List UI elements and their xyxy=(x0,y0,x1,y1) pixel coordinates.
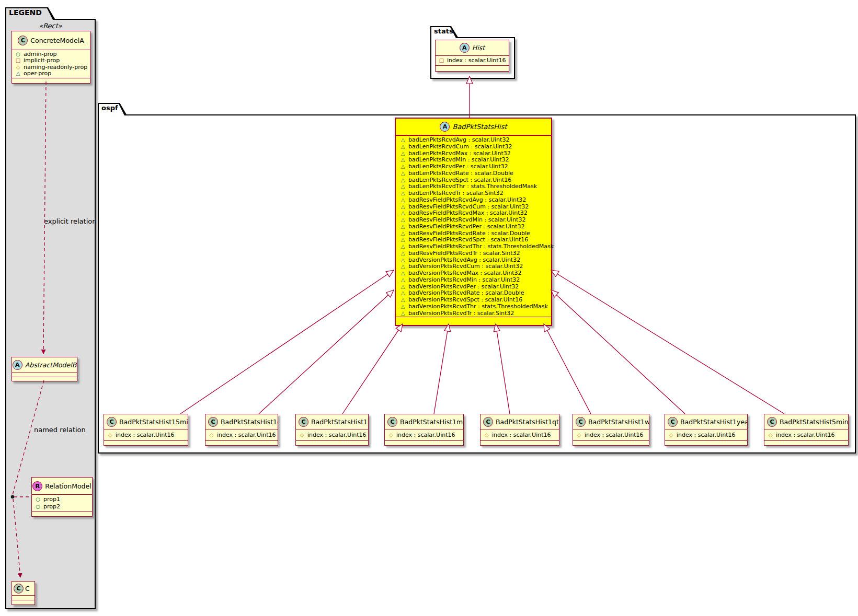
class-header: C BadPktStatsHist15min xyxy=(104,414,188,429)
class-spot-icon: C xyxy=(107,417,117,427)
class-box-badpktstatshist15min: C BadPktStatsHist15min ◇index : scalar.U… xyxy=(104,414,188,446)
uml-class-diagram: LEGEND «Rect» C ConcreteModelA ○admin-pr… xyxy=(0,0,858,616)
attribute-row: △badLenPktsRcvdRate : scalar.Double xyxy=(400,170,549,177)
attribute-row: ◇index : scalar.Uint16 xyxy=(388,432,461,438)
diamond-field-icon: ◇ xyxy=(107,432,113,438)
circle-field-icon: ○ xyxy=(35,503,41,510)
legend-package-tab: LEGEND xyxy=(5,7,55,20)
class-spot-icon: C xyxy=(483,417,493,427)
diamond-field-icon: ◇ xyxy=(484,432,489,438)
diamond-field-icon: ◇ xyxy=(768,432,773,438)
class-spot-icon: C xyxy=(14,584,24,594)
attribute-text: index : scalar.Uint16 xyxy=(677,432,736,438)
class-name: AbstractModelB xyxy=(25,361,77,369)
methods-compartment xyxy=(12,600,35,605)
stats-package-tab: stats xyxy=(430,26,459,38)
attribute-row: △badVersionPktsRcvdMin : scalar.Uint32 xyxy=(400,277,549,284)
attribute-row: △badResvFieldPktsRcvdPer : scalar.Uint32 xyxy=(400,224,549,230)
triangle-field-icon: △ xyxy=(400,250,406,257)
methods-compartment xyxy=(12,377,77,381)
methods-compartment xyxy=(573,440,649,445)
class-header: C BadPktStatsHist1h xyxy=(296,414,368,429)
attribute-text: badResvFieldPktsRcvdMin : scalar.Uint32 xyxy=(408,217,525,224)
class-name: BadPktStatsHist1h xyxy=(311,418,368,426)
triangle-field-icon: △ xyxy=(400,177,406,184)
class-header: A AbstractModelB xyxy=(12,357,77,373)
class-header: A BadPktStatsHist xyxy=(396,119,551,136)
attribute-row: △badLenPktsRcvdCum : scalar.Uint32 xyxy=(400,144,549,150)
class-box-badpktstatshist1h: C BadPktStatsHist1h ◇index : scalar.Uint… xyxy=(295,414,369,446)
attribute-text: index : scalar.Uint16 xyxy=(585,432,644,438)
attribute-row: △badVersionPktsRcvdThr : stats.Threshold… xyxy=(400,304,549,310)
attribute-row: ◇index : scalar.Uint16 xyxy=(576,432,647,438)
class-spot-icon: C xyxy=(767,417,777,427)
attribute-row: ◇index : scalar.Uint16 xyxy=(209,432,276,438)
class-spot-icon: C xyxy=(208,417,218,427)
diamond-field-icon: ◇ xyxy=(299,432,305,438)
methods-compartment xyxy=(12,78,90,83)
class-box-relationmodel: R RelationModel ○prop1○prop2 xyxy=(31,477,93,517)
class-header: A Hist xyxy=(436,40,509,56)
methods-compartment xyxy=(481,440,559,445)
class-attributes: ○admin-prop□implicit-prop◇naming-readonl… xyxy=(12,50,90,78)
class-attributes: ◇index : scalar.Uint16 xyxy=(296,429,368,440)
attribute-text: index : scalar.Uint16 xyxy=(116,432,175,438)
triangle-field-icon: △ xyxy=(400,224,406,230)
circle-field-icon: ○ xyxy=(15,51,21,57)
attribute-text: index : scalar.Uint16 xyxy=(492,432,551,438)
attribute-row: △oper-prop xyxy=(15,71,88,77)
legend-package: LEGEND «Rect» C ConcreteModelA ○admin-pr… xyxy=(5,7,96,609)
triangle-field-icon: △ xyxy=(400,164,406,170)
attribute-text: badResvFieldPktsRcvdThr : stats.Threshol… xyxy=(408,243,554,250)
class-box-badpktstatshist1mo: C BadPktStatsHist1mo ◇index : scalar.Uin… xyxy=(384,414,464,446)
triangle-field-icon: △ xyxy=(400,277,406,284)
attribute-text: badLenPktsRcvdRate : scalar.Double xyxy=(408,170,513,177)
attribute-text: badVersionPktsRcvdSpct : scalar.Uint16 xyxy=(408,297,522,304)
attribute-text: badVersionPktsRcvdMax : scalar.Uint32 xyxy=(408,270,522,277)
class-box-badpktstatshist5min: C BadPktStatsHist5min ◇index : scalar.Ui… xyxy=(764,414,849,446)
diamond-field-icon: ◇ xyxy=(388,432,394,438)
attribute-text: badLenPktsRcvdTr : scalar.Sint32 xyxy=(408,190,504,197)
methods-compartment xyxy=(764,440,848,445)
class-attributes: ◇index : scalar.Uint16 xyxy=(764,429,848,440)
triangle-field-icon: △ xyxy=(400,243,406,250)
class-spot-icon: C xyxy=(18,36,28,45)
triangle-field-icon: △ xyxy=(400,257,406,264)
class-name: BadPktStatsHist1w xyxy=(588,418,649,426)
triangle-field-icon: △ xyxy=(400,237,406,243)
triangle-field-icon: △ xyxy=(400,304,406,310)
class-attributes: △badLenPktsRcvdAvg : scalar.Uint32△badLe… xyxy=(396,136,551,317)
triangle-field-icon: △ xyxy=(400,270,406,277)
methods-compartment xyxy=(665,440,747,445)
attribute-text: index : scalar.Uint16 xyxy=(447,57,506,64)
fields-compartment xyxy=(12,373,77,377)
triangle-field-icon: △ xyxy=(400,263,406,270)
triangle-field-icon: △ xyxy=(400,137,406,144)
attribute-row: ◇index : scalar.Uint16 xyxy=(484,432,557,438)
attribute-row: ○prop1 xyxy=(35,496,90,503)
class-spot-icon: C xyxy=(299,417,308,427)
class-name: BadPktStatsHist1mo xyxy=(400,418,463,426)
named-relation-label: named relation xyxy=(34,426,86,434)
triangle-field-icon: △ xyxy=(400,310,406,317)
attribute-row: △badVersionPktsRcvdTr : scalar.Sint32 xyxy=(400,310,549,317)
class-name: ConcreteModelA xyxy=(30,37,84,44)
attribute-row: △badResvFieldPktsRcvdTr : scalar.Sint32 xyxy=(400,250,549,257)
class-name: Hist xyxy=(472,44,485,52)
class-attributes: ◇index : scalar.Uint16 xyxy=(385,429,463,440)
triangle-field-icon: △ xyxy=(400,297,406,304)
triangle-field-icon: △ xyxy=(15,71,21,77)
class-box-badpktstatshist1qtr: C BadPktStatsHist1qtr ◇index : scalar.Ui… xyxy=(480,414,559,446)
attribute-text: badLenPktsRcvdCum : scalar.Uint32 xyxy=(408,144,512,150)
attribute-text: badVersionPktsRcvdTr : scalar.Sint32 xyxy=(408,310,514,317)
attribute-row: △badLenPktsRcvdPer : scalar.Uint32 xyxy=(400,164,549,170)
class-header: R RelationModel xyxy=(32,478,92,495)
triangle-field-icon: △ xyxy=(400,290,406,297)
rect-stereotype-label: «Rect» xyxy=(5,22,96,30)
class-box-c: C C xyxy=(12,581,35,605)
diamond-field-icon: ◇ xyxy=(576,432,582,438)
triangle-field-icon: △ xyxy=(400,204,406,211)
diamond-field-icon: ◇ xyxy=(209,432,214,438)
attribute-text: badResvFieldPktsRcvdTr : scalar.Sint32 xyxy=(408,250,520,257)
class-header: C BadPktStatsHist5min xyxy=(764,414,848,429)
